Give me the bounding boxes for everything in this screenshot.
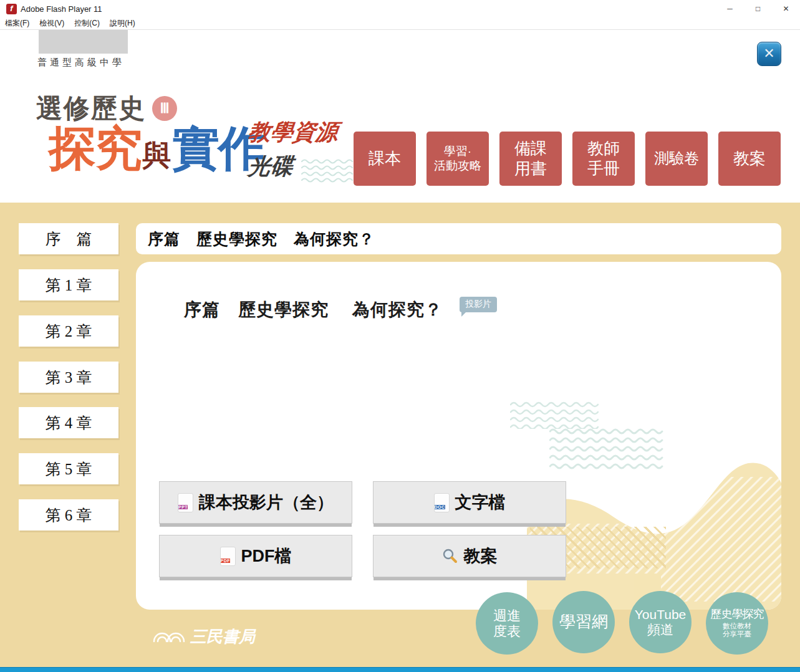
resource-label-line1: 教學資源 [246, 117, 339, 148]
content-header-title: 序篇 歷史學探究 為何探究？ [136, 223, 781, 254]
text-file-label: 文字檔 [455, 491, 506, 514]
pdf-file-button[interactable]: PDF PDF檔 [159, 535, 352, 577]
window-titlebar: f Adobe Flash Player 11 ─ □ ✕ [0, 0, 800, 17]
weekly-schedule-link[interactable]: 週進 度表 [476, 592, 538, 655]
body-section: 序 篇 第 1 章 第 2 章 第 3 章 第 4 章 第 5 章 第 6 章 … [0, 203, 800, 667]
youtube-channel-link[interactable]: YouTube 頻道 [629, 591, 692, 653]
pdf-file-label: PDF檔 [241, 545, 292, 567]
sidebar-item-chapter4[interactable]: 第 4 章 [19, 407, 118, 438]
doc-file-icon: DOC [434, 493, 450, 512]
nav-teacher-manual-button[interactable]: 教師 手冊 [572, 132, 635, 186]
slide-tag-badge[interactable]: 投影片 [460, 297, 497, 312]
pdf-file-icon: PDF [220, 547, 236, 566]
sidebar-item-chapter1[interactable]: 第 1 章 [19, 269, 118, 300]
bottom-accent-bar [0, 667, 800, 672]
learning-site-label: 學習網 [559, 613, 608, 631]
svg-text:三民書局: 三民書局 [190, 628, 256, 646]
publisher-logo: 三民書局 [152, 622, 258, 647]
menu-bar: 檔案(F) 檢視(V) 控制(C) 說明(H) [0, 17, 800, 30]
ppt-file-icon: PPT [178, 493, 193, 512]
window-controls: ─ □ ✕ [716, 0, 800, 17]
header-section: 普通型高級中學 ✕ 選修歷史 Ⅲ 探究 與 實作 教學資源 光碟 課本 學習· … [0, 30, 800, 203]
series-title: 選修歷史 [36, 91, 146, 126]
nav-activity-guide-button[interactable]: 學習· 活動攻略 [427, 132, 489, 186]
sidebar-item-chapter6[interactable]: 第 6 章 [19, 499, 118, 530]
flash-player-icon: f [6, 4, 17, 14]
text-file-button[interactable]: DOC 文字檔 [373, 481, 566, 524]
menu-control[interactable]: 控制(C) [69, 18, 105, 29]
history-platform-link[interactable]: 歷史學探究 數位教材 分享平臺 [706, 592, 768, 655]
maximize-button[interactable]: □ [744, 0, 772, 17]
magnifier-icon [442, 548, 458, 564]
menu-view[interactable]: 檢視(V) [34, 18, 69, 29]
nav-lesson-prep-button[interactable]: 備課 用書 [499, 132, 562, 186]
sidebar-item-chapter3[interactable]: 第 3 章 [19, 362, 118, 393]
top-nav: 課本 學習· 活動攻略 備課 用書 教師 手冊 測驗卷 教案 [354, 132, 781, 186]
main-title: 探究 與 實作 [49, 125, 264, 172]
menu-help[interactable]: 說明(H) [105, 18, 140, 29]
window-title: Adobe Flash Player 11 [21, 4, 102, 14]
lesson-plan-label: 教案 [464, 545, 498, 567]
volume-badge: Ⅲ [152, 96, 177, 121]
textbook-slides-label: 課本投影片（全） [199, 491, 334, 514]
history-platform-sublabel: 數位教材 分享平臺 [723, 622, 751, 640]
school-type-label: 普通型高級中學 [37, 57, 131, 69]
weekly-schedule-label: 週進 度表 [493, 608, 521, 640]
nav-lesson-plan-button[interactable]: 教案 [718, 132, 781, 186]
textbook-slides-button[interactable]: PPT 課本投影片（全） [159, 481, 352, 524]
wave-decoration-icon [301, 158, 354, 184]
nav-test-paper-button[interactable]: 測驗卷 [645, 132, 708, 186]
main-title-word1: 探究 [49, 125, 141, 172]
close-window-button[interactable]: ✕ [772, 0, 800, 17]
sidebar-item-chapter2[interactable]: 第 2 章 [19, 315, 118, 347]
app-close-button[interactable]: ✕ [757, 42, 781, 66]
content-panel: 序篇 歷史學探究 為何探究？ 投影片 [136, 262, 781, 610]
section-title: 序篇 歷史學探究 為何探究？ [184, 298, 443, 322]
main-title-conjunction: 與 [142, 141, 171, 170]
nav-textbook-button[interactable]: 課本 [354, 132, 416, 186]
youtube-channel-label: YouTube 頻道 [635, 607, 687, 637]
sidebar-item-chapter5[interactable]: 第 5 章 [19, 453, 118, 484]
lesson-plan-button[interactable]: 教案 [373, 535, 566, 577]
publisher-logo-placeholder [39, 30, 128, 54]
menu-file[interactable]: 檔案(F) [0, 18, 34, 29]
flash-player-window: f Adobe Flash Player 11 ─ □ ✕ 檔案(F) 檢視(V… [0, 0, 800, 672]
sidebar-item-preface[interactable]: 序 篇 [19, 223, 118, 254]
series-title-row: 選修歷史 Ⅲ [36, 91, 177, 126]
learning-site-link[interactable]: 學習網 [552, 591, 615, 653]
history-platform-label: 歷史學探究 [711, 608, 764, 621]
wave-decoration-icon [510, 400, 599, 429]
minimize-button[interactable]: ─ [716, 0, 744, 17]
